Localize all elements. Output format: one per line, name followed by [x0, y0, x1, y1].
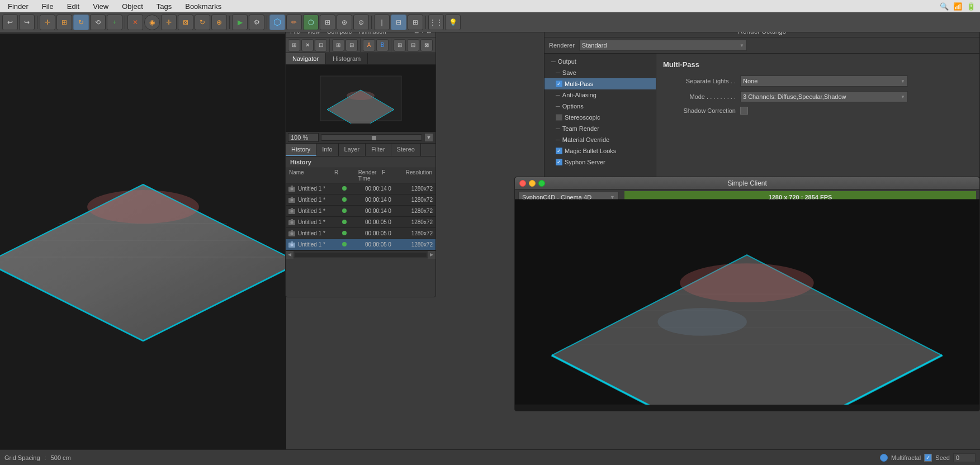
- row-res: 1280x720: [410, 219, 433, 225]
- layers-button[interactable]: ⊟: [391, 15, 406, 30]
- render-button[interactable]: ✕: [127, 15, 143, 30]
- sc-render-view[interactable]: [515, 205, 979, 398]
- scale-tool-button[interactable]: ⊞: [56, 15, 72, 30]
- redo-button[interactable]: ↪: [19, 15, 35, 30]
- navigator-preview: [286, 65, 435, 132]
- add-button[interactable]: +: [107, 15, 122, 30]
- cube-button[interactable]: ⊠: [178, 15, 193, 30]
- sidebar-item-magic[interactable]: ✓ Magic Bullet Looks: [545, 145, 656, 156]
- sidebar-item-options[interactable]: ─ Options: [545, 101, 656, 112]
- undo-button[interactable]: ↩: [2, 15, 18, 30]
- row-res: 1280x720: [410, 186, 433, 192]
- sidebar-item-multipass[interactable]: ✓ Multi-Pass: [545, 78, 656, 89]
- multifractal-checkbox[interactable]: ✓: [924, 454, 932, 462]
- renderer-dropdown[interactable]: Standard ▼: [579, 40, 747, 51]
- zoom-thumb[interactable]: [372, 136, 376, 140]
- pv-tool-1[interactable]: ⊞: [288, 39, 300, 51]
- cross-button[interactable]: ✛: [161, 15, 177, 30]
- zoom-dropdown[interactable]: ▼: [424, 133, 433, 142]
- scroll-left[interactable]: ◀: [286, 251, 293, 259]
- pencil-button[interactable]: ✏: [286, 15, 302, 30]
- tab-layer[interactable]: Layer: [339, 144, 366, 156]
- pv-tool-3[interactable]: ⊡: [315, 39, 327, 51]
- special-button[interactable]: ⊕: [211, 15, 227, 30]
- camera-icon: [288, 196, 296, 204]
- magic-checkbox[interactable]: ✓: [556, 148, 562, 154]
- atom-button[interactable]: ⊛: [337, 15, 352, 30]
- sidebar-item-aa[interactable]: ─ Anti-Aliasing: [545, 89, 656, 101]
- pv-tool-5[interactable]: ⊟: [345, 39, 358, 51]
- history-row[interactable]: Untitled 1 * 00:00:05 0 1280x720: [286, 228, 435, 239]
- row-res: 1280x720: [410, 197, 433, 203]
- tab-info[interactable]: Info: [316, 144, 338, 156]
- sidebar-item-matoverride[interactable]: ─ Material Override: [545, 134, 656, 145]
- menu-tags[interactable]: Tags: [153, 1, 175, 12]
- syphon-checkbox[interactable]: ✓: [556, 159, 562, 165]
- mode-arrow: ▼: [901, 94, 905, 99]
- tab-navigator[interactable]: Navigator: [286, 53, 326, 64]
- sidebar-item-output[interactable]: ─ Output: [545, 56, 656, 67]
- sidebar-item-teamrender[interactable]: ─ Team Render: [545, 123, 656, 134]
- separate-lights-dropdown[interactable]: None ▼: [740, 75, 908, 87]
- pv-tool-b[interactable]: B: [376, 39, 389, 51]
- history-row-selected[interactable]: Untitled 1 * 00:00:05 0 1280x720: [286, 239, 435, 250]
- rotate2-button[interactable]: ↻: [195, 15, 210, 30]
- zoom-input[interactable]: 100 %: [288, 133, 319, 142]
- pv-tool-4[interactable]: ⊞: [332, 39, 344, 51]
- mode-dropdown[interactable]: 3 Channels: Diffuse,Specular,Shadow ▼: [740, 91, 908, 102]
- menu-bookmarks[interactable]: Bookmarks: [182, 1, 225, 12]
- tab-stereo[interactable]: Stereo: [391, 144, 421, 156]
- more-buttons[interactable]: ⋮⋮: [428, 15, 444, 30]
- history-row[interactable]: Untitled 1 * 00:00:05 0 1280x720: [286, 217, 435, 228]
- zoom-slider[interactable]: [321, 134, 422, 141]
- light-button[interactable]: 💡: [445, 15, 461, 30]
- settings-button[interactable]: ⚙: [249, 15, 264, 30]
- tab-histogram[interactable]: Histogram: [326, 53, 368, 64]
- seed-input[interactable]: [953, 453, 976, 462]
- shadow-checkbox[interactable]: [740, 107, 748, 115]
- history-row[interactable]: Untitled 1 * 00:00:14 0 1280x720: [286, 183, 435, 194]
- pv-tool-8[interactable]: ⊠: [420, 39, 433, 51]
- scroll-track[interactable]: [295, 253, 427, 257]
- menu-view[interactable]: View: [89, 1, 112, 12]
- tab-filter[interactable]: Filter: [366, 144, 391, 156]
- circle-button[interactable]: ◉: [144, 15, 160, 30]
- multipass-checkbox[interactable]: ✓: [556, 80, 562, 87]
- menu-object[interactable]: Object: [119, 1, 146, 12]
- sc-maximize-button[interactable]: [538, 180, 545, 187]
- history-row[interactable]: Untitled 1 * 00:00:14 0 1280x720: [286, 206, 435, 217]
- sidebar-dash-aa: ─: [556, 92, 560, 98]
- divider-button[interactable]: |: [374, 15, 390, 30]
- cube3d-button[interactable]: ⬡: [269, 15, 285, 30]
- main-3d-viewport[interactable]: [0, 34, 286, 449]
- grid-button[interactable]: ⊞: [320, 15, 335, 30]
- pv-tool-7[interactable]: ⊟: [407, 39, 419, 51]
- move-tool-button[interactable]: ✛: [40, 15, 55, 30]
- sc-minimize-button[interactable]: [529, 180, 536, 187]
- sidebar-item-syphon[interactable]: ✓ Syphon Server: [545, 156, 656, 168]
- seed-label: Seed: [935, 454, 950, 461]
- sidebar-dash-team: ─: [556, 125, 560, 132]
- pv-tool-6[interactable]: ⊞: [394, 39, 406, 51]
- col-f: F: [381, 169, 405, 182]
- menu-edit[interactable]: Edit: [64, 1, 83, 12]
- sidebar-item-stereo[interactable]: Stereoscopic: [545, 112, 656, 123]
- renderer-row: Renderer Standard ▼: [545, 37, 979, 54]
- tab-history[interactable]: History: [286, 144, 316, 156]
- pv-tool-2[interactable]: ✕: [301, 39, 314, 51]
- menu-file[interactable]: File: [39, 1, 57, 12]
- green-cube-button[interactable]: ⬡: [303, 15, 319, 30]
- transform-button[interactable]: ⟲: [90, 15, 106, 30]
- scroll-right[interactable]: ▶: [428, 251, 435, 259]
- search-icon[interactable]: 🔍: [940, 2, 949, 11]
- pv-tool-a[interactable]: A: [363, 39, 375, 51]
- grid2-button[interactable]: ⊞: [408, 15, 423, 30]
- molecules-button[interactable]: ⊜: [353, 15, 369, 30]
- sc-close-button[interactable]: [519, 180, 526, 187]
- rotate-tool-button[interactable]: ↻: [73, 15, 89, 30]
- play-button[interactable]: ▶: [232, 15, 248, 30]
- history-row[interactable]: Untitled 1 * 00:00:14 0 1280x720: [286, 194, 435, 206]
- sidebar-item-save[interactable]: ─ Save: [545, 67, 656, 78]
- stereo-checkbox[interactable]: [556, 114, 562, 121]
- menu-finder[interactable]: Finder: [4, 1, 32, 12]
